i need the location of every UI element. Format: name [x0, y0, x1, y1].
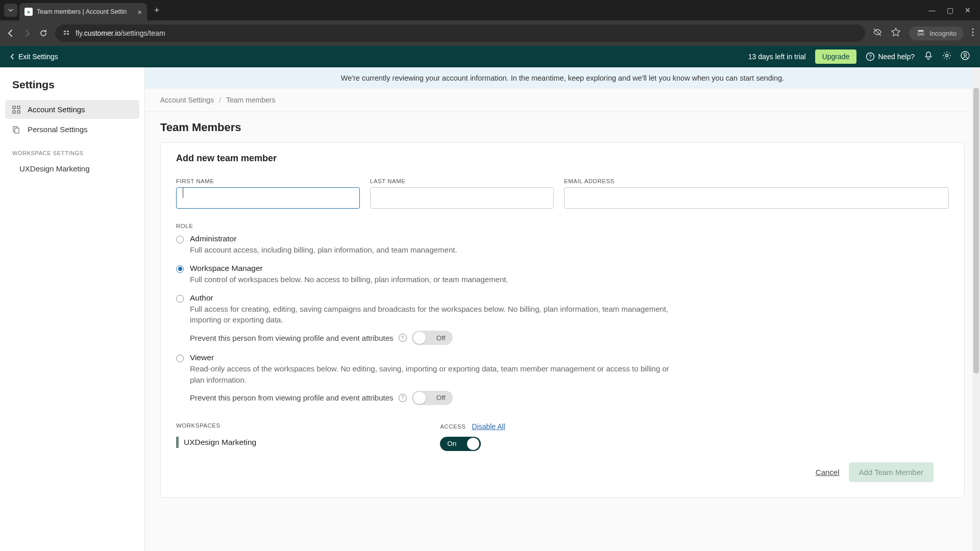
breadcrumb-root[interactable]: Account Settings [160, 96, 214, 104]
help-tooltip-icon[interactable]: ? [399, 334, 407, 342]
close-tab-icon[interactable]: × [137, 8, 142, 16]
svg-point-11 [946, 54, 948, 57]
browser-tab-strip: » Team members | Account Settin × + — ▢ … [0, 0, 980, 20]
add-team-member-card: Add new team member FIRST NAME LAST NAME… [160, 142, 965, 498]
role-option-administrator[interactable]: Administrator Full account access, inclu… [176, 234, 681, 256]
role-description: Full control of workspaces below. No acc… [190, 274, 681, 285]
sidebar-item-label: Personal Settings [28, 125, 88, 134]
new-tab-button[interactable]: + [149, 5, 165, 16]
trial-text: 13 days left in trial [748, 53, 806, 61]
back-button[interactable] [6, 29, 15, 38]
close-window-icon[interactable]: ✕ [965, 6, 971, 14]
email-input[interactable] [564, 187, 949, 209]
disable-all-link[interactable]: Disable All [472, 422, 505, 431]
svg-rect-17 [17, 111, 20, 113]
radio-icon[interactable] [176, 355, 184, 362]
chevron-left-icon [10, 53, 14, 60]
bookmark-star-icon[interactable] [891, 27, 901, 39]
sidebar-workspace-item[interactable]: UXDesign Marketing [5, 160, 139, 177]
radio-icon[interactable] [176, 236, 184, 243]
svg-rect-19 [15, 128, 19, 133]
breadcrumb: Account Settings / Team members [145, 89, 980, 112]
incognito-icon [916, 29, 925, 38]
svg-rect-15 [17, 106, 20, 109]
last-name-input[interactable] [370, 187, 554, 209]
workspace-settings-label: WORKSPACE SETTINGS [5, 140, 139, 160]
svg-point-5 [921, 33, 924, 35]
url-text: fly.customer.io/settings/team [76, 29, 165, 37]
prevent-toggle-viewer[interactable]: Off [412, 391, 453, 405]
upgrade-button[interactable]: Upgrade [815, 49, 857, 64]
access-label: ACCESS [440, 423, 465, 430]
settings-gear-icon[interactable] [942, 51, 951, 63]
card-title: Add new team member [161, 143, 964, 173]
role-name: Workspace Manager [190, 264, 681, 273]
breadcrumb-separator: / [219, 96, 221, 104]
maximize-icon[interactable]: ▢ [947, 6, 953, 14]
role-section-label: ROLE [176, 223, 949, 229]
svg-rect-3 [67, 33, 69, 35]
browser-menu-icon[interactable] [972, 28, 974, 38]
help-icon: ? [866, 52, 875, 61]
role-description: Full account access, including billing, … [190, 244, 681, 256]
role-name: Author [190, 293, 681, 303]
tab-title: Team members | Account Settin [37, 8, 133, 15]
last-name-label: LAST NAME [370, 178, 554, 184]
profile-icon[interactable] [961, 51, 970, 63]
breadcrumb-current: Team members [226, 96, 275, 104]
prevent-viewing-label: Prevent this person from viewing profile… [190, 334, 394, 342]
workspace-name: UXDesign Marketing [184, 438, 256, 447]
workspace-access-toggle[interactable]: On [440, 437, 481, 451]
first-name-label: FIRST NAME [176, 178, 360, 184]
eye-off-icon[interactable] [872, 27, 883, 39]
forward-button[interactable] [22, 29, 32, 38]
svg-rect-1 [67, 31, 69, 32]
role-description: Full access for creating, editing, savin… [190, 304, 681, 326]
browser-tab[interactable]: » Team members | Account Settin × [19, 3, 147, 20]
exit-settings-link[interactable]: Exit Settings [10, 53, 58, 61]
app-header: Exit Settings 13 days left in trial Upgr… [0, 46, 980, 67]
tab-search-button[interactable] [4, 4, 17, 17]
workspace-row: UXDesign Marketing [176, 437, 256, 448]
add-team-member-button[interactable]: Add Team Member [849, 462, 934, 482]
sidebar-item-personal-settings[interactable]: Personal Settings [5, 120, 139, 139]
svg-rect-2 [64, 33, 66, 35]
role-option-workspace-manager[interactable]: Workspace Manager Full control of worksp… [176, 264, 681, 285]
workspace-color-bar [176, 437, 179, 448]
url-input[interactable]: fly.customer.io/settings/team [55, 24, 865, 42]
role-option-author[interactable]: Author Full access for creating, editing… [176, 293, 681, 326]
incognito-badge[interactable]: Incognito [909, 27, 964, 40]
favicon-icon: » [24, 8, 33, 16]
svg-point-8 [972, 34, 973, 36]
radio-icon[interactable] [176, 295, 184, 303]
svg-text:?: ? [869, 54, 872, 60]
prevent-viewing-label: Prevent this person from viewing profile… [190, 393, 394, 402]
role-name: Administrator [190, 234, 681, 243]
notifications-icon[interactable] [924, 51, 933, 63]
sidebar-title: Settings [5, 79, 139, 100]
minimize-icon[interactable]: — [928, 6, 936, 14]
first-name-input[interactable] [176, 187, 360, 209]
sidebar-item-label: Account Settings [28, 105, 85, 114]
scrollbar-thumb[interactable] [973, 88, 979, 373]
email-label: EMAIL ADDRESS [564, 178, 949, 184]
site-info-icon[interactable] [62, 29, 70, 38]
role-name: Viewer [190, 353, 681, 362]
help-tooltip-icon[interactable]: ? [399, 394, 407, 402]
svg-point-7 [972, 31, 973, 33]
svg-rect-14 [13, 106, 15, 109]
cancel-button[interactable]: Cancel [816, 468, 840, 477]
scrollbar-track[interactable] [972, 67, 980, 551]
page-title: Team Members [145, 112, 980, 142]
need-help-link[interactable]: ? Need help? [866, 52, 915, 61]
reload-button[interactable] [39, 29, 48, 38]
review-banner: We're currently reviewing your account i… [145, 67, 980, 89]
svg-point-6 [972, 28, 973, 30]
role-option-viewer[interactable]: Viewer Read-only access of the workspace… [176, 353, 681, 386]
main-content: We're currently reviewing your account i… [145, 67, 980, 551]
sidebar-item-account-settings[interactable]: Account Settings [5, 100, 139, 119]
role-description: Read-only access of the workspaces below… [190, 363, 681, 386]
prevent-toggle-author[interactable]: Off [412, 331, 453, 345]
radio-icon[interactable] [176, 265, 184, 273]
svg-point-4 [918, 33, 920, 35]
